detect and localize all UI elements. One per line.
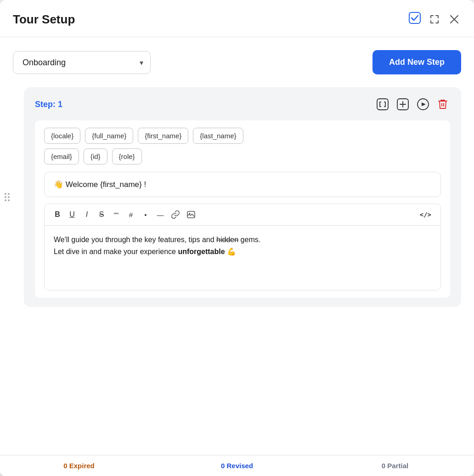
image-button[interactable] (184, 209, 198, 221)
variable-tag-first-name[interactable]: {first_name} (138, 128, 188, 144)
editor-line-2: Let dive in and make your experience unf… (54, 246, 431, 258)
quote-button[interactable]: "" (110, 209, 123, 221)
welcome-text: 👋 Welcome {first_name} ! (54, 180, 146, 189)
step-label: Step: 1 (35, 100, 62, 109)
variable-tag-last-name[interactable]: {last_name} (193, 128, 243, 144)
step-actions (375, 96, 450, 112)
variables-section: {locale} {full_name} {first_name} {last_… (44, 128, 441, 164)
step-header: Step: 1 (35, 96, 450, 112)
bullet-button[interactable]: • (139, 209, 152, 221)
variable-tag-role[interactable]: {role} (112, 148, 142, 164)
hr-button[interactable]: — (154, 209, 167, 221)
expired-stat: 0 Expired (0, 455, 158, 476)
add-icon-button[interactable] (395, 96, 411, 112)
revised-stat: 0 Revised (158, 455, 316, 476)
bottom-bar: 0 Expired 0 Revised 0 Partial (0, 455, 474, 476)
editor-content[interactable]: We'll guide you through the key features… (45, 226, 440, 290)
header-actions (408, 11, 461, 28)
expand-button[interactable] (427, 12, 442, 27)
editor-text-part2: gems. (238, 236, 260, 244)
heading-button[interactable]: # (124, 209, 137, 221)
step-content: {locale} {full_name} {first_name} {last_… (35, 120, 450, 298)
variable-tag-full-name[interactable]: {full_name} (85, 128, 133, 144)
variables-row-1: {locale} {full_name} {first_name} {last_… (44, 128, 441, 144)
variables-row-2: {email} {id} {role} (44, 148, 441, 164)
play-icon-button[interactable] (415, 96, 431, 112)
svg-rect-1 (377, 99, 388, 110)
drag-handle[interactable] (5, 193, 10, 201)
link-button[interactable] (169, 209, 182, 221)
editor-bold-word: unforgettable (178, 248, 225, 255)
bold-button[interactable]: B (51, 209, 64, 221)
editor-text-part1: We'll guide you through the key features… (54, 236, 216, 244)
italic-button[interactable]: I (80, 209, 93, 221)
editor-emoji: 💪 (225, 248, 236, 255)
editor-container: B U I S "" # • — (44, 204, 441, 290)
variable-tag-locale[interactable]: {locale} (44, 128, 80, 144)
svg-rect-0 (409, 12, 420, 23)
variable-tag-id[interactable]: {id} (84, 148, 107, 164)
editor-strikethrough-word: hidden (216, 236, 238, 244)
strikethrough-button[interactable]: S (95, 209, 108, 221)
partial-stat: 0 Partial (316, 455, 474, 476)
close-button[interactable] (447, 12, 461, 26)
editor-toolbar: B U I S "" # • — (45, 204, 440, 226)
modal-header: Tour Setup (0, 0, 474, 37)
select-wrapper: Onboarding Tutorial Feature Tour ▾ (13, 51, 151, 74)
step-wrapper: Step: 1 (13, 87, 461, 307)
editor-line-1: We'll guide you through the key features… (54, 234, 431, 246)
welcome-bar: 👋 Welcome {first_name} ! (44, 172, 441, 197)
top-row: Onboarding Tutorial Feature Tour ▾ Add N… (13, 50, 461, 74)
drag-dots-icon (5, 193, 10, 201)
modal-container: Tour Setup (0, 0, 474, 476)
add-step-button[interactable]: Add New Step (372, 50, 461, 74)
check-button[interactable] (408, 11, 422, 28)
bracket-icon-button[interactable] (375, 96, 390, 112)
editor-line2-pre: Let dive in and make your experience (54, 248, 178, 255)
variable-tag-email[interactable]: {email} (44, 148, 79, 164)
code-button[interactable]: </> (417, 209, 434, 220)
underline-button[interactable]: U (66, 209, 79, 221)
step-card: Step: 1 (24, 87, 461, 307)
modal-body: Onboarding Tutorial Feature Tour ▾ Add N… (0, 37, 474, 455)
modal-title: Tour Setup (13, 12, 75, 27)
tour-select[interactable]: Onboarding Tutorial Feature Tour (13, 51, 151, 74)
delete-icon-button[interactable] (435, 96, 450, 112)
